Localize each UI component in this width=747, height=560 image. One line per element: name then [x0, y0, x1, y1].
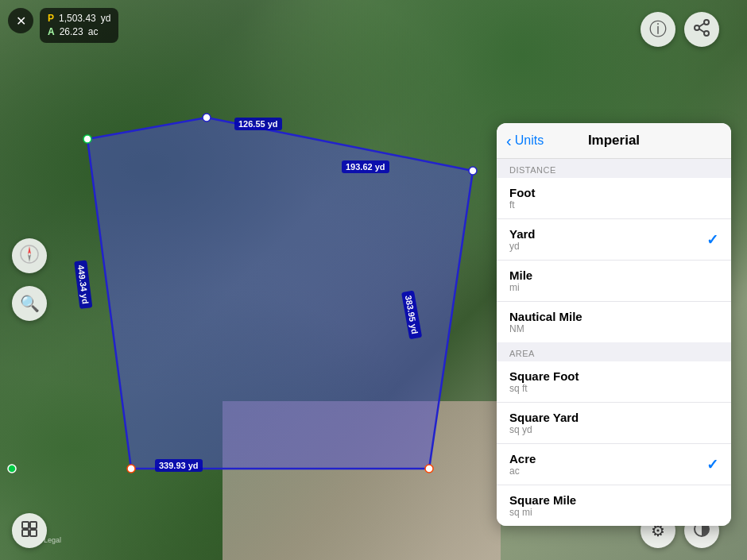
search-icon: 🔍	[20, 294, 40, 313]
area-section: Square Foot sq ft Square Yard sq yd Acre…	[497, 361, 731, 526]
area-section-header: AREA	[497, 342, 731, 361]
svg-point-6	[8, 465, 16, 473]
stats-overlay: P 1,503.43 yd A 26.23 ac	[40, 8, 118, 43]
units-panel: ‹ Units Imperial DISTANCE Foot ft Yard y…	[497, 123, 731, 526]
svg-marker-8	[28, 246, 31, 254]
share-icon	[694, 19, 710, 41]
unit-sqft-name: Square Foot	[509, 369, 579, 383]
acre-checkmark: ✓	[706, 456, 718, 473]
unit-nautical-sub: NM	[509, 323, 583, 334]
expand-control[interactable]	[12, 513, 47, 548]
expand-icon	[21, 520, 38, 541]
unit-foot-sub: ft	[509, 199, 535, 210]
segment-label-top-right: 193.62 yd	[342, 160, 389, 173]
segment-label-bottom: 339.93 yd	[155, 459, 203, 472]
svg-point-3	[425, 465, 433, 473]
info-icon: ⓘ	[649, 17, 667, 41]
compass-icon	[19, 244, 40, 268]
perimeter-unit: yd	[101, 12, 111, 25]
back-chevron-icon: ‹	[506, 133, 512, 149]
unit-sqyd-name: Square Yard	[509, 411, 579, 424]
svg-marker-0	[87, 118, 473, 469]
unit-sqmi-name: Square Mile	[509, 493, 576, 507]
svg-rect-13	[30, 530, 37, 536]
distance-section-header: DISTANCE	[497, 159, 731, 178]
area-value: 26.23	[60, 25, 83, 39]
unit-nautical-name: Nautical Mile	[509, 310, 583, 323]
svg-marker-9	[28, 254, 31, 262]
unit-square-mile[interactable]: Square Mile sq mi	[497, 485, 731, 526]
unit-nautical-mile[interactable]: Nautical Mile NM	[497, 302, 731, 342]
unit-square-foot[interactable]: Square Foot sq ft	[497, 361, 731, 403]
unit-acre-sub: ac	[509, 465, 536, 477]
svg-rect-10	[22, 522, 29, 528]
close-icon: ✕	[16, 14, 26, 29]
close-button[interactable]: ✕	[8, 8, 33, 33]
svg-point-1	[203, 114, 211, 122]
segment-label-top: 126.55 yd	[234, 118, 282, 130]
distance-section: Foot ft Yard yd ✓ Mile mi Nautical Mile …	[497, 178, 731, 342]
unit-mile[interactable]: Mile mi	[497, 261, 731, 302]
svg-point-2	[469, 167, 477, 175]
svg-point-14	[704, 20, 709, 25]
perimeter-label: P	[48, 12, 54, 25]
panel-header: ‹ Units Imperial	[497, 123, 731, 159]
unit-sqft-sub: sq ft	[509, 383, 579, 394]
panel-title: Imperial	[588, 133, 640, 149]
unit-yard-sub: yd	[509, 241, 536, 252]
unit-sqyd-sub: sq yd	[509, 424, 579, 435]
svg-point-16	[704, 31, 709, 36]
search-control[interactable]: 🔍	[12, 286, 47, 321]
svg-line-17	[699, 23, 704, 26]
svg-line-18	[699, 29, 704, 32]
info-control[interactable]: ⓘ	[641, 12, 675, 47]
unit-foot[interactable]: Foot ft	[497, 178, 731, 219]
yard-checkmark: ✓	[706, 231, 718, 249]
svg-rect-11	[30, 522, 37, 528]
unit-foot-name: Foot	[509, 186, 535, 199]
back-button[interactable]: ‹ Units	[506, 133, 544, 149]
unit-yard[interactable]: Yard yd ✓	[497, 219, 731, 261]
share-control[interactable]	[684, 12, 719, 47]
area-label: A	[48, 25, 55, 39]
unit-acre[interactable]: Acre ac ✓	[497, 444, 731, 485]
svg-point-4	[127, 465, 135, 473]
legal-text: Legal	[44, 536, 61, 544]
svg-rect-12	[22, 530, 29, 536]
compass-control[interactable]	[12, 238, 47, 273]
unit-yard-name: Yard	[509, 227, 536, 241]
unit-mile-name: Mile	[509, 268, 532, 282]
svg-point-15	[695, 25, 699, 30]
svg-point-5	[83, 135, 91, 143]
perimeter-value: 1,503.43	[59, 12, 96, 25]
unit-square-yard[interactable]: Square Yard sq yd	[497, 403, 731, 444]
back-label: Units	[515, 133, 544, 148]
unit-mile-sub: mi	[509, 282, 532, 293]
area-unit: ac	[88, 25, 99, 39]
unit-acre-name: Acre	[509, 452, 536, 465]
unit-sqmi-sub: sq mi	[509, 507, 576, 518]
